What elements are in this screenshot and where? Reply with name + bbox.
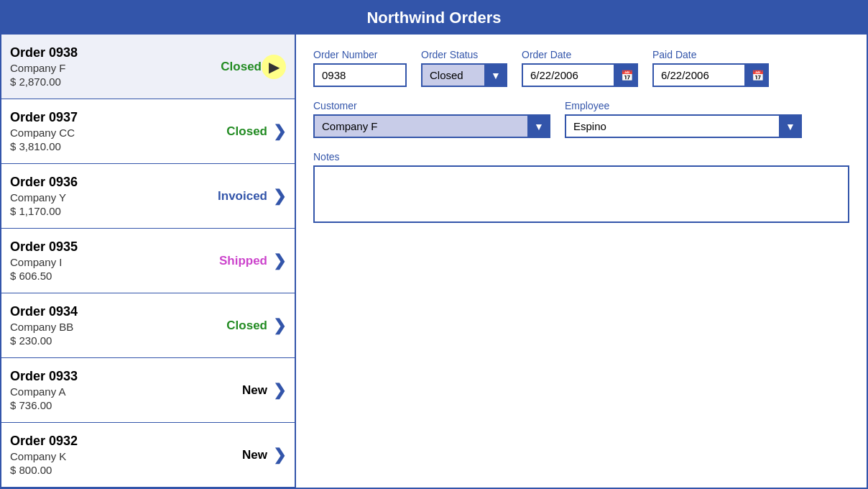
order-number-input[interactable]: [313, 63, 407, 87]
notes-label: Notes: [313, 151, 849, 163]
order-date-label: Order Date: [522, 49, 638, 60]
order-status: Closed: [203, 124, 267, 139]
paid-date-group: Paid Date 📅: [652, 49, 769, 87]
employee-group: Employee Espino Smith Johnson ▼: [565, 100, 802, 138]
order-name: Order 0932: [10, 434, 203, 449]
order-date-group: Order Date 📅: [522, 49, 638, 87]
order-name: Order 0933: [10, 369, 203, 384]
order-status: Invoiced: [203, 189, 267, 204]
order-amount: $ 606.50: [10, 270, 203, 282]
order-item-order-0937[interactable]: Order 0937Company CC$ 3,810.00Closed❯: [1, 99, 295, 164]
order-item-order-0934[interactable]: Order 0934Company BB$ 230.00Closed❯: [1, 293, 295, 358]
order-status-wrapper: New Invoiced Shipped Closed ▼: [421, 63, 507, 87]
order-chevron-button[interactable]: ❯: [273, 381, 286, 400]
order-item-order-0938[interactable]: Order 0938Company F$ 2,870.00Closed▶: [1, 35, 295, 99]
paid-date-calendar-button[interactable]: 📅: [746, 63, 769, 87]
order-chevron-button[interactable]: ❯: [273, 252, 286, 270]
notes-group: Notes: [313, 151, 849, 223]
order-list: Order 0938Company F$ 2,870.00Closed▶Orde…: [1, 35, 296, 489]
order-chevron-button[interactable]: ❯: [273, 187, 286, 206]
order-amount: $ 3,810.00: [10, 140, 203, 152]
employee-label: Employee: [565, 100, 802, 111]
order-status-label: Order Status: [421, 49, 507, 60]
order-status: Closed: [197, 60, 262, 74]
order-detail: Order Number Order Status New Invoiced S…: [296, 35, 867, 489]
order-status-group: Order Status New Invoiced Shipped Closed…: [421, 49, 507, 87]
paid-date-input[interactable]: [652, 63, 746, 87]
paid-date-wrapper: 📅: [652, 63, 769, 87]
order-number-group: Order Number: [313, 49, 407, 87]
order-name: Order 0937: [10, 110, 203, 125]
order-company: Company A: [10, 385, 203, 398]
order-date-calendar-button[interactable]: 📅: [615, 63, 638, 87]
order-item-order-0936[interactable]: Order 0936Company Y$ 1,170.00Invoiced❯: [1, 164, 295, 229]
order-company: Company Y: [10, 191, 203, 204]
order-status: New: [203, 448, 267, 462]
order-date-input[interactable]: [522, 63, 615, 87]
notes-textarea[interactable]: [313, 165, 849, 223]
order-company: Company F: [10, 62, 197, 74]
order-chevron-button[interactable]: ❯: [273, 316, 286, 335]
order-company: Company CC: [10, 127, 203, 139]
order-amount: $ 230.00: [10, 334, 203, 347]
order-name: Order 0934: [10, 304, 203, 319]
order-chevron-button[interactable]: ❯: [273, 446, 286, 465]
order-item-order-0933[interactable]: Order 0933Company A$ 736.00New❯: [1, 358, 295, 423]
app-header: Northwind Orders: [1, 1, 867, 35]
order-status-select[interactable]: New Invoiced Shipped Closed: [421, 63, 507, 87]
order-amount: $ 1,170.00: [10, 205, 203, 217]
order-item-order-0932[interactable]: Order 0932Company K$ 800.00New❯: [1, 423, 295, 488]
customer-group: Customer Company F Company CC Company Y …: [313, 100, 550, 138]
customer-label: Customer: [313, 100, 550, 111]
order-company: Company K: [10, 450, 203, 462]
order-amount: $ 2,870.00: [10, 76, 197, 88]
employee-select[interactable]: Espino Smith Johnson: [565, 114, 802, 138]
order-amount: $ 736.00: [10, 399, 203, 411]
customer-select[interactable]: Company F Company CC Company Y Company I…: [313, 114, 550, 138]
order-chevron-button[interactable]: ❯: [273, 122, 286, 141]
order-name: Order 0935: [10, 239, 203, 255]
order-status: New: [203, 383, 267, 398]
order-number-label: Order Number: [313, 49, 407, 60]
order-name: Order 0936: [10, 175, 203, 190]
order-item-order-0935[interactable]: Order 0935Company I$ 606.50Shipped❯: [1, 229, 295, 293]
order-date-wrapper: 📅: [522, 63, 638, 87]
order-company: Company BB: [10, 321, 203, 333]
paid-date-label: Paid Date: [652, 49, 769, 60]
order-name: Order 0938: [10, 45, 197, 60]
order-amount: $ 800.00: [10, 464, 203, 476]
employee-wrapper: Espino Smith Johnson ▼: [565, 114, 802, 138]
order-chevron-cursor[interactable]: ▶: [262, 55, 286, 79]
customer-wrapper: Company F Company CC Company Y Company I…: [313, 114, 550, 138]
order-status: Shipped: [203, 254, 267, 268]
order-status: Closed: [203, 319, 267, 333]
order-company: Company I: [10, 256, 203, 268]
